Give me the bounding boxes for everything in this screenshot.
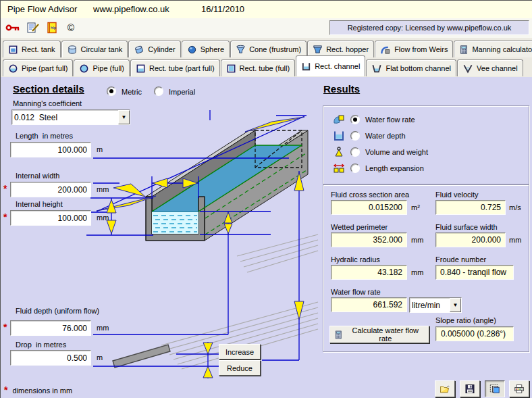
pipe-full-icon: [79, 64, 89, 74]
froude-number-label: Froude number: [435, 255, 486, 264]
print-button[interactable]: [509, 380, 529, 397]
calculate-button-label: Calculate water flow rate: [346, 326, 425, 343]
registered-copy-text: Registered copy: Licensed by www.pipeflo…: [348, 24, 512, 32]
tab-manning-calculator[interactable]: Manning calculator: [454, 41, 532, 57]
wetted-perimeter-label: Wetted perimeter: [331, 223, 388, 231]
tab-cone-frustrum[interactable]: Cone (frustrum): [230, 41, 307, 57]
length-unit: m: [97, 145, 103, 153]
tab-vee-channel[interactable]: Vee channel: [457, 59, 523, 76]
volume-weight-radio[interactable]: [350, 147, 360, 157]
hydraulic-radius-value: 43.182: [331, 265, 407, 280]
water-flow-rate-radio[interactable]: [350, 115, 360, 124]
water-depth-radio[interactable]: [350, 131, 360, 141]
internal-width-input[interactable]: [10, 182, 91, 197]
internal-height-input[interactable]: [10, 210, 91, 226]
length-expansion-radio[interactable]: [350, 164, 360, 173]
open-folder-icon: [440, 384, 450, 395]
tab-rect-tank[interactable]: Rect. tank: [3, 41, 61, 57]
tab-row-1: Rect. tank Circular tank Cylinder Sphere…: [3, 38, 532, 57]
tab-label: Pipe (full): [92, 64, 124, 72]
option-length-expansion[interactable]: Length expansion: [333, 163, 424, 174]
open-file-button[interactable]: [435, 380, 455, 397]
tab-flow-from-weirs[interactable]: Flow from Weirs: [375, 41, 453, 57]
internal-width-label: Internal width: [16, 172, 59, 180]
froude-number-value: 0.840 - tranqil flow: [435, 265, 514, 280]
tab-rect-tube-full[interactable]: Rect. tube (full): [221, 59, 296, 76]
imperial-radio-circle[interactable]: [154, 86, 163, 96]
tab-label: Manning calculator: [472, 45, 532, 53]
fluid-depth-input[interactable]: [10, 320, 91, 336]
option-water-flow-rate[interactable]: Water flow rate: [333, 114, 415, 125]
manning-coefficient-select[interactable]: 0.012 Steel ▼: [11, 109, 130, 125]
drop-unit: m: [97, 353, 103, 362]
velocity-value: 0.725: [435, 200, 506, 215]
chevron-down-icon[interactable]: ▼: [118, 110, 130, 124]
option-volume-and-weight[interactable]: Volume and weight: [333, 147, 428, 157]
copyright-icon[interactable]: ©: [63, 20, 79, 35]
tab-label: Cone (frustrum): [249, 45, 301, 53]
dimensions-footnote: * dimensions in mm: [4, 384, 72, 395]
water-flow-rate-icon: [333, 114, 345, 125]
tab-rect-channel[interactable]: Rect. channel: [296, 55, 365, 76]
tab-rect-tube-part-full[interactable]: Rect. tube (part full): [130, 59, 220, 76]
copy-image-button[interactable]: [485, 380, 505, 397]
key-icon[interactable]: [5, 20, 21, 35]
required-marker: *: [3, 322, 7, 332]
results-values-groupbox: Fluid cross section area 0.015200 m² Flu…: [323, 184, 529, 352]
length-input[interactable]: [10, 142, 91, 157]
tab-label: Rect. tank: [22, 45, 55, 53]
reduce-button[interactable]: Reduce: [219, 360, 261, 376]
tab-sphere[interactable]: Sphere: [182, 41, 230, 57]
register-notepad-icon[interactable]: [25, 20, 41, 35]
drop-label: Drop in metres: [16, 341, 66, 349]
required-marker: *: [4, 384, 7, 395]
water-flow-rate-value: 661.592: [331, 297, 407, 312]
option-label: Water flow rate: [365, 116, 415, 124]
flat-bottom-channel-icon: [371, 64, 382, 74]
increase-button[interactable]: Increase: [219, 344, 261, 359]
website-text: www.pipeflow.co.uk: [93, 4, 169, 14]
tab-cylinder[interactable]: Cylinder: [128, 41, 180, 57]
water-depth-icon: [333, 130, 345, 141]
metric-radio-circle[interactable]: [107, 86, 116, 96]
tab-label: Vee channel: [477, 64, 518, 72]
toolbar: hlp © Registered copy: Licensed by www.p…: [1, 18, 532, 39]
surface-width-value: 200.000: [435, 232, 506, 247]
cone-icon: [236, 45, 246, 55]
hydraulic-radius-label: Hydralic radius: [331, 255, 380, 264]
tab-row-2: Pipe (part full) Pipe (full) Rect. tube …: [3, 57, 524, 76]
cross-area-label: Fluid cross section area: [331, 191, 409, 199]
svg-text:hlp: hlp: [51, 26, 57, 30]
tab-pipe-part-full[interactable]: Pipe (part full): [3, 59, 73, 76]
vee-channel-icon: [462, 64, 473, 74]
length-expansion-icon: [333, 163, 345, 174]
save-floppy-icon: [464, 383, 475, 395]
option-label: Length expansion: [365, 164, 424, 172]
chevron-down-icon[interactable]: ▼: [450, 298, 461, 312]
title-bar: Pipe Flow Advisor www.pipeflow.co.uk 16/…: [1, 1, 532, 19]
surface-width-unit: mm: [509, 236, 521, 244]
tab-circular-tank[interactable]: Circular tank: [61, 41, 128, 57]
option-water-depth[interactable]: Water depth: [333, 130, 406, 141]
tab-pipe-full[interactable]: Pipe (full): [74, 59, 129, 76]
tab-label: Flow from Weirs: [394, 45, 448, 53]
drop-input[interactable]: [10, 350, 91, 366]
metric-radio[interactable]: Metric: [107, 86, 142, 96]
imperial-radio[interactable]: Imperial: [154, 86, 195, 96]
surface-width-label: Fluid surface width: [435, 223, 498, 231]
save-button[interactable]: [460, 380, 480, 397]
calculate-water-flow-rate-button[interactable]: Calculate water flow rate: [329, 326, 429, 343]
pipe-flow-advisor-window: Pipe Flow Advisor www.pipeflow.co.uk 16/…: [0, 0, 532, 398]
metric-label: Metric: [122, 88, 142, 96]
shape-tab-strip: Rect. tank Circular tank Cylinder Sphere…: [1, 38, 532, 77]
flow-weirs-icon: [380, 45, 391, 55]
results-options-groupbox: Water flow rate Water depth Volume and w…: [323, 105, 529, 184]
wetted-perimeter-value: 352.000: [331, 232, 407, 247]
flow-unit-select[interactable]: litre/min ▼: [409, 297, 462, 313]
results-heading: Results: [323, 83, 360, 95]
tab-flat-bottom-channel[interactable]: Flat bottom channel: [366, 59, 456, 76]
footnote-text: dimensions in mm: [13, 387, 73, 395]
length-label: Length in metres: [16, 132, 73, 140]
sphere-icon: [187, 45, 197, 55]
help-book-icon[interactable]: hlp: [44, 20, 60, 35]
